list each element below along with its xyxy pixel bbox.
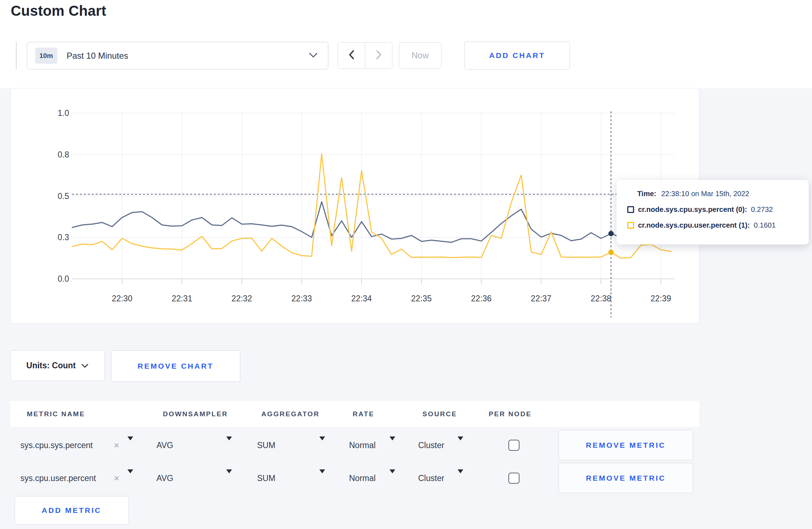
svg-text:0.0: 0.0 (58, 274, 69, 283)
metric-name-select[interactable]: sys.cpu.sys.percent (20, 441, 93, 450)
aggregator-select[interactable]: SUM (257, 474, 275, 483)
chevron-down-icon (309, 52, 318, 59)
dropdown-arrow-icon[interactable] (127, 474, 133, 483)
add-chart-button[interactable]: ADD CHART (464, 42, 570, 69)
per-node-checkbox[interactable] (508, 440, 519, 451)
tooltip-series-sys-value: 0.2732 (751, 205, 773, 214)
svg-text:22:34: 22:34 (351, 294, 372, 303)
chart-card: 0.00.30.50.81.022:3022:3122:3222:3322:34… (10, 88, 699, 324)
tooltip-series-user-value: 0.1601 (754, 221, 775, 229)
col-header-rate: RATE (353, 410, 374, 418)
source-select[interactable]: Cluster (418, 474, 444, 483)
table-row: sys.cpu.sys.percent × AVG SUM Normal Clu… (0, 429, 812, 462)
svg-text:1.0: 1.0 (58, 108, 69, 118)
series-sys-swatch-icon (627, 206, 634, 213)
col-header-source: SOURCE (422, 410, 457, 418)
time-nav-group (338, 42, 392, 69)
dropdown-arrow-icon[interactable] (226, 474, 232, 483)
dropdown-arrow-icon[interactable] (319, 441, 325, 450)
svg-text:22:31: 22:31 (171, 294, 192, 303)
source-select[interactable]: Cluster (418, 441, 444, 450)
dropdown-arrow-icon[interactable] (458, 474, 463, 483)
col-header-downsampler: DOWNSAMPLER (163, 410, 228, 418)
dropdown-arrow-icon[interactable] (127, 441, 133, 450)
remove-chart-button[interactable]: REMOVE CHART (111, 350, 240, 382)
remove-metric-button[interactable]: REMOVE METRIC (559, 430, 693, 460)
per-node-checkbox[interactable] (508, 473, 519, 484)
tooltip-series-sys-label: cr.node.sys.cpu.sys.percent (0): (638, 205, 747, 214)
downsampler-select[interactable]: AVG (156, 441, 173, 450)
svg-text:22:33: 22:33 (291, 294, 312, 303)
svg-text:22:38: 22:38 (591, 294, 612, 303)
time-range-badge: 10m (35, 48, 57, 64)
table-row: sys.cpu.user.percent × AVG SUM Normal Cl… (0, 462, 812, 495)
units-label: Units: Count (26, 361, 76, 370)
dropdown-arrow-icon[interactable] (390, 441, 395, 450)
chart-tooltip: Time: 22:38:10 on Mar 15th, 2022 cr.node… (617, 180, 809, 244)
col-header-metric-name: METRIC NAME (27, 410, 85, 418)
add-metric-button[interactable]: ADD METRIC (15, 496, 129, 525)
page-title: Custom Chart (11, 3, 106, 19)
svg-text:22:30: 22:30 (112, 294, 132, 303)
next-time-button[interactable] (365, 43, 392, 68)
metric-name-select[interactable]: sys.cpu.user.percent (20, 474, 96, 483)
clear-icon[interactable]: × (114, 473, 119, 484)
time-range-dropdown[interactable]: 10m Past 10 Minutes (27, 42, 328, 69)
rate-select[interactable]: Normal (349, 441, 376, 450)
tooltip-time-label: Time: (637, 190, 656, 198)
tooltip-time-value: 22:38:10 on Mar 15th, 2022 (661, 190, 749, 198)
dropdown-arrow-icon[interactable] (226, 441, 232, 450)
dropdown-arrow-icon[interactable] (319, 474, 325, 483)
svg-text:22:36: 22:36 (471, 294, 492, 303)
svg-text:0.3: 0.3 (58, 233, 69, 242)
rate-select[interactable]: Normal (349, 474, 376, 483)
dropdown-arrow-icon[interactable] (458, 441, 463, 450)
aggregator-select[interactable]: SUM (257, 441, 275, 450)
svg-text:22:35: 22:35 (411, 294, 432, 303)
time-range-label: Past 10 Minutes (67, 51, 128, 61)
toolbar-divider (16, 42, 17, 69)
chevron-down-icon (81, 361, 88, 370)
now-button[interactable]: Now (399, 42, 441, 69)
svg-text:22:37: 22:37 (531, 294, 552, 303)
tooltip-series-user-label: cr.node.sys.cpu.user.percent (1): (638, 221, 750, 229)
chevron-right-icon (375, 49, 383, 62)
svg-text:22:32: 22:32 (232, 294, 252, 303)
svg-text:0.8: 0.8 (58, 150, 69, 159)
timeseries-chart[interactable]: 0.00.30.50.81.022:3022:3122:3222:3322:34… (11, 88, 700, 324)
remove-metric-button[interactable]: REMOVE METRIC (559, 463, 693, 493)
clear-icon[interactable]: × (114, 440, 119, 451)
chevron-left-icon (348, 49, 356, 62)
svg-text:22:39: 22:39 (651, 294, 671, 303)
col-header-per-node: PER NODE (489, 410, 532, 418)
dropdown-arrow-icon[interactable] (390, 474, 395, 483)
units-dropdown[interactable]: Units: Count (10, 350, 105, 381)
series-user-swatch-icon (627, 222, 634, 229)
prev-time-button[interactable] (338, 43, 365, 68)
col-header-aggregator: AGGREGATOR (261, 410, 320, 418)
downsampler-select[interactable]: AVG (156, 474, 173, 483)
svg-text:0.5: 0.5 (58, 191, 69, 201)
